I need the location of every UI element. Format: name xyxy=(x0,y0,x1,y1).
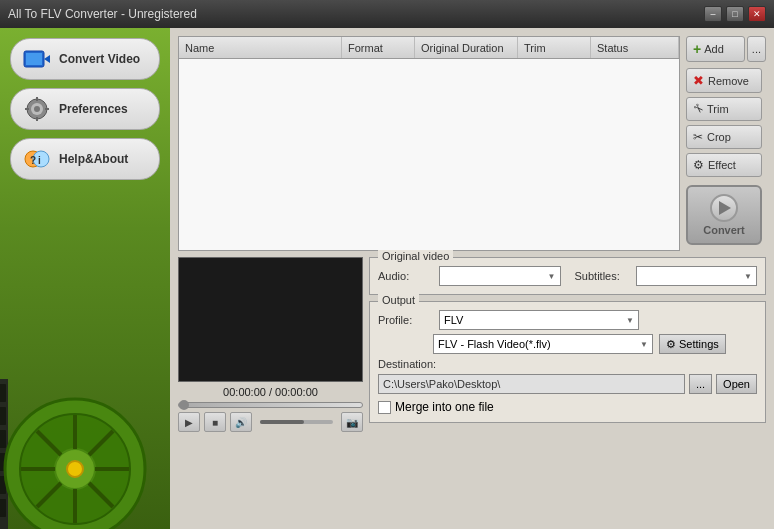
format-settings-button[interactable]: ⚙ Settings xyxy=(659,334,726,354)
profile-row: Profile: FLV ▼ xyxy=(378,310,757,330)
svg-rect-2 xyxy=(26,53,42,65)
remove-button[interactable]: ✖ Remove xyxy=(686,68,762,93)
minimize-button[interactable]: – xyxy=(704,6,722,22)
preview-video xyxy=(178,257,363,382)
svg-marker-1 xyxy=(44,55,50,63)
help-about-button[interactable]: ? i Help&About xyxy=(10,138,160,180)
convert-play-icon xyxy=(719,201,731,215)
file-list-table: Name Format Original Duration Trim Statu… xyxy=(178,36,680,251)
svg-point-24 xyxy=(67,461,83,477)
settings-gear-icon: ⚙ xyxy=(666,338,676,351)
bottom-section: 00:00:00 / 00:00:00 ▶ ■ 🔊 📷 xyxy=(178,257,766,432)
preview-panel: 00:00:00 / 00:00:00 ▶ ■ 🔊 📷 xyxy=(178,257,363,432)
time-display: 00:00:00 / 00:00:00 xyxy=(178,386,363,398)
audio-dropdown-arrow: ▼ xyxy=(548,272,556,281)
help-about-label: Help&About xyxy=(59,152,128,166)
original-video-group: Original video Audio: ▼ Subtitles: ▼ xyxy=(369,257,766,295)
format-dropdown[interactable]: FLV - Flash Video(*.flv) ▼ xyxy=(433,334,653,354)
settings-panel: Original video Audio: ▼ Subtitles: ▼ xyxy=(369,257,766,432)
destination-row: C:\Users\Pako\Desktop\ ... Open xyxy=(378,374,757,394)
destination-label-row: Destination: xyxy=(378,358,757,370)
titlebar: All To FLV Converter - Unregistered – □ … xyxy=(0,0,774,28)
svg-rect-16 xyxy=(0,407,6,425)
timeline-bar[interactable] xyxy=(178,402,363,408)
svg-rect-7 xyxy=(36,117,38,121)
original-video-label: Original video xyxy=(378,250,453,262)
volume-slider[interactable] xyxy=(260,420,333,424)
help-about-icon: ? i xyxy=(23,145,51,173)
browse-button[interactable]: ... xyxy=(689,374,712,394)
window-controls: – □ ✕ xyxy=(704,6,766,22)
merge-checkbox[interactable] xyxy=(378,401,391,414)
trim-label: Trim xyxy=(707,103,729,115)
sidebar: Convert Video Preferences xyxy=(0,28,170,529)
table-header: Name Format Original Duration Trim Statu… xyxy=(179,37,679,59)
file-list-container: Name Format Original Duration Trim Statu… xyxy=(178,36,766,251)
output-label: Output xyxy=(378,294,419,306)
open-button[interactable]: Open xyxy=(716,374,757,394)
window-title: All To FLV Converter - Unregistered xyxy=(8,7,197,21)
preferences-icon xyxy=(23,95,51,123)
subtitles-label: Subtitles: xyxy=(575,270,630,282)
svg-rect-6 xyxy=(36,97,38,101)
convert-video-label: Convert Video xyxy=(59,52,140,66)
profile-dropdown[interactable]: FLV ▼ xyxy=(439,310,639,330)
svg-rect-9 xyxy=(45,108,49,110)
destination-path: C:\Users\Pako\Desktop\ xyxy=(378,374,685,394)
stop-button[interactable]: ■ xyxy=(204,412,226,432)
remove-label: Remove xyxy=(708,75,749,87)
preferences-button[interactable]: Preferences xyxy=(10,88,160,130)
svg-rect-17 xyxy=(0,430,6,448)
film-reel-decoration xyxy=(0,319,170,529)
svg-rect-20 xyxy=(0,499,6,517)
profile-label: Profile: xyxy=(378,314,433,326)
convert-label: Convert xyxy=(703,224,745,236)
preferences-label: Preferences xyxy=(59,102,128,116)
svg-text:?: ? xyxy=(30,155,36,166)
add-dropdown-button[interactable]: ... xyxy=(747,36,766,62)
merge-label: Merge into one file xyxy=(395,400,494,414)
convert-button[interactable]: Convert xyxy=(686,185,762,245)
add-label: Add xyxy=(704,43,724,55)
col-trim: Trim xyxy=(518,37,591,58)
audio-dropdown[interactable]: ▼ xyxy=(439,266,561,286)
subtitles-dropdown[interactable]: ▼ xyxy=(636,266,758,286)
convert-video-button[interactable]: Convert Video xyxy=(10,38,160,80)
svg-rect-15 xyxy=(0,384,6,402)
playback-controls: ▶ ■ 🔊 📷 xyxy=(178,412,363,432)
format-row: FLV - Flash Video(*.flv) ▼ ⚙ Settings xyxy=(378,334,757,354)
audio-label: Audio: xyxy=(378,270,433,282)
timeline-handle[interactable] xyxy=(179,400,189,410)
trim-button[interactable]: ✂ Trim xyxy=(686,97,762,121)
right-buttons-panel: + Add ... ✖ Remove ✂ Trim ✂ Crop xyxy=(686,36,766,251)
output-group: Output Profile: FLV ▼ FLV - Flash Video(… xyxy=(369,301,766,423)
trim-icon: ✂ xyxy=(690,101,707,118)
maximize-button[interactable]: □ xyxy=(726,6,744,22)
add-row: + Add ... xyxy=(686,36,766,62)
snapshot-button[interactable]: 📷 xyxy=(341,412,363,432)
col-duration: Original Duration xyxy=(415,37,518,58)
format-dropdown-arrow: ▼ xyxy=(640,340,648,349)
main-container: Convert Video Preferences xyxy=(0,28,774,529)
crop-label: Crop xyxy=(707,131,731,143)
crop-button[interactable]: ✂ Crop xyxy=(686,125,762,149)
convert-play-circle xyxy=(710,194,738,222)
convert-video-icon xyxy=(23,45,51,73)
svg-text:i: i xyxy=(38,155,41,166)
effect-button[interactable]: ⚙ Effect xyxy=(686,153,762,177)
svg-point-5 xyxy=(34,106,40,112)
add-button[interactable]: + Add xyxy=(686,36,745,62)
audio-row: Audio: ▼ Subtitles: ▼ xyxy=(378,266,757,286)
close-button[interactable]: ✕ xyxy=(748,6,766,22)
crop-icon: ✂ xyxy=(693,130,703,144)
remove-icon: ✖ xyxy=(693,73,704,88)
profile-dropdown-arrow: ▼ xyxy=(626,316,634,325)
format-value: FLV - Flash Video(*.flv) xyxy=(438,338,551,350)
merge-row: Merge into one file xyxy=(378,400,757,414)
table-body[interactable] xyxy=(179,59,679,250)
add-plus-icon: + xyxy=(693,41,701,57)
play-button[interactable]: ▶ xyxy=(178,412,200,432)
col-format: Format xyxy=(342,37,415,58)
svg-rect-8 xyxy=(25,108,29,110)
volume-button[interactable]: 🔊 xyxy=(230,412,252,432)
